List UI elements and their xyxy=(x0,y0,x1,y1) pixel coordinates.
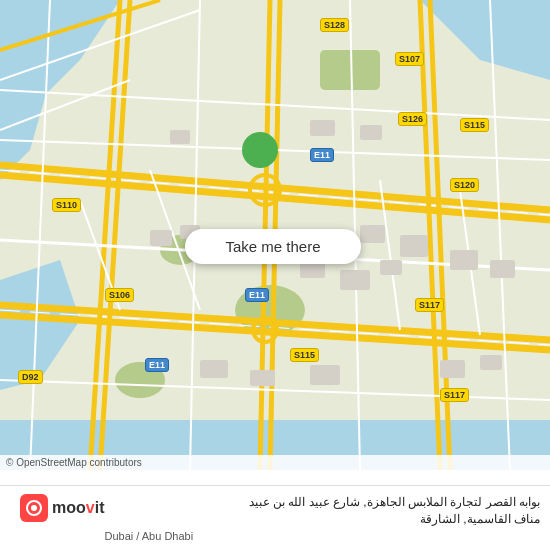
svg-rect-37 xyxy=(150,230,172,246)
svg-rect-48 xyxy=(310,120,335,136)
svg-rect-47 xyxy=(170,130,190,144)
svg-rect-49 xyxy=(360,125,382,140)
road-tag-e11-3: E11 xyxy=(145,358,169,372)
road-tag-s128: S128 xyxy=(320,18,349,32)
svg-rect-36 xyxy=(400,235,428,257)
svg-point-55 xyxy=(31,505,37,511)
moovit-text: moovit xyxy=(52,499,104,517)
svg-rect-3 xyxy=(320,50,380,90)
svg-rect-50 xyxy=(450,250,478,270)
svg-rect-40 xyxy=(340,270,370,290)
svg-rect-51 xyxy=(490,260,515,278)
location-name-arabic: بوابه القصر لتجارة الملابس الجاهزة, شارع… xyxy=(104,494,540,511)
location-text: بوابه القصر لتجارة الملابس الجاهزة, شارع… xyxy=(104,494,540,542)
road-tag-s110: S110 xyxy=(52,198,81,212)
map-container: S128 S107 S126 S115 E11 S120 S110 S106 E… xyxy=(0,0,550,550)
road-tag-s106: S106 xyxy=(105,288,134,302)
road-tag-s126: S126 xyxy=(398,112,427,126)
take-me-there-button[interactable]: Take me there xyxy=(185,229,361,264)
road-tag-s120: S120 xyxy=(450,178,479,192)
road-tag-e11-2: E11 xyxy=(245,288,269,302)
location-info-bar: moovit بوابه القصر لتجارة الملابس الجاهز… xyxy=(0,485,550,550)
svg-rect-44 xyxy=(310,365,340,385)
svg-rect-42 xyxy=(200,360,228,378)
moovit-icon xyxy=(20,494,48,522)
svg-rect-43 xyxy=(250,370,275,386)
road-tag-s115-2: S115 xyxy=(290,348,319,362)
road-tag-s117-2: S117 xyxy=(440,388,469,402)
location-city: Dubai / Abu Dhabi xyxy=(104,530,540,542)
road-tag-s117: S117 xyxy=(415,298,444,312)
road-tag-e11-1: E11 xyxy=(310,148,334,162)
moovit-logo: moovit xyxy=(20,494,104,522)
road-tag-s115-1: S115 xyxy=(460,118,489,132)
location-pin xyxy=(240,130,280,180)
svg-rect-45 xyxy=(440,360,465,378)
svg-rect-46 xyxy=(480,355,502,370)
location-district-arabic: مناف القاسمية, الشارقة xyxy=(104,511,540,528)
map-attribution: © OpenStreetMap contributors xyxy=(0,455,550,470)
road-tag-d92: D92 xyxy=(18,370,43,384)
road-tag-s107: S107 xyxy=(395,52,424,66)
svg-rect-35 xyxy=(360,225,385,243)
svg-rect-41 xyxy=(380,260,402,275)
